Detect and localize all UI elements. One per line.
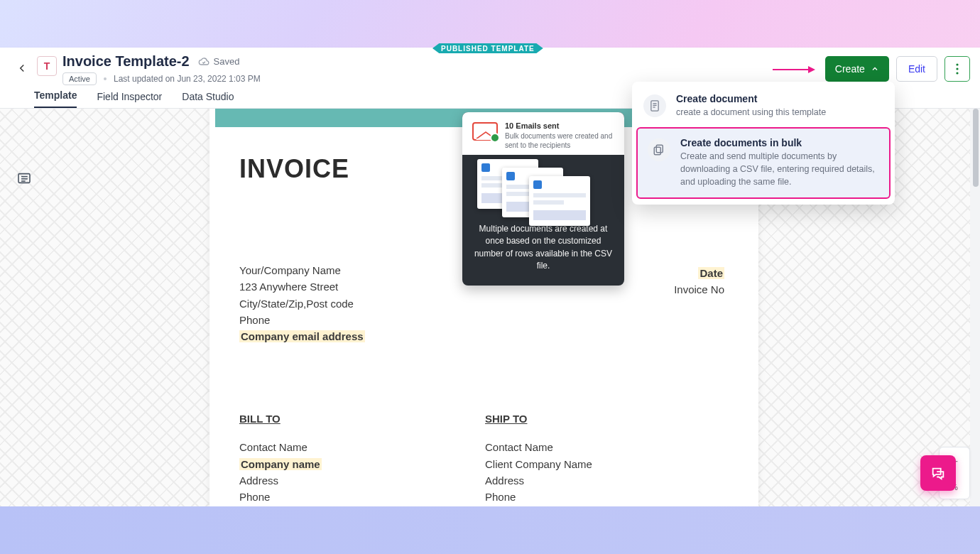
menu-create-document[interactable]: Create document create a document using … xyxy=(632,86,895,126)
menu-create-document-title: Create document xyxy=(676,93,826,104)
tab-field-inspector[interactable]: Field Inspector xyxy=(97,91,162,108)
tab-template[interactable]: Template xyxy=(34,89,77,108)
tab-data-studio[interactable]: Data Studio xyxy=(182,91,234,108)
ship-contact: Contact Name xyxy=(485,439,729,455)
from-email-field[interactable]: Company email address xyxy=(239,330,365,342)
menu-create-bulk[interactable]: Create documents in bulk Create and send… xyxy=(636,127,891,198)
scrollbar-thumb[interactable] xyxy=(973,109,979,187)
svg-point-2 xyxy=(956,63,958,65)
status-chip: Active xyxy=(62,72,97,85)
chevron-up-icon xyxy=(871,65,879,73)
bill-phone: Phone xyxy=(239,489,485,505)
svg-point-4 xyxy=(956,72,958,74)
menu-create-bulk-title: Create documents in bulk xyxy=(680,137,879,148)
vertical-scrollbar[interactable] xyxy=(970,109,980,506)
bill-address: Address xyxy=(239,472,485,489)
cloud-check-icon xyxy=(198,56,209,67)
bill-company-field[interactable]: Company name xyxy=(239,458,322,470)
create-button-label: Create xyxy=(835,63,865,75)
outline-toggle[interactable] xyxy=(13,167,36,190)
date-field[interactable]: Date xyxy=(698,267,724,279)
document-icon xyxy=(643,94,666,117)
svg-rect-14 xyxy=(654,147,660,155)
tooltip-emails-title: 10 Emails sent xyxy=(505,121,559,130)
bill-to-heading: BILL TO xyxy=(239,413,485,425)
invoice-no-label: Invoice No xyxy=(674,281,724,298)
app-header: T Invoice Template-2 Saved Active Last u… xyxy=(0,48,980,86)
svg-point-3 xyxy=(956,67,958,70)
menu-create-bulk-desc: Create and send multiple documents by do… xyxy=(680,150,879,188)
more-vertical-icon xyxy=(956,63,959,75)
last-updated-text: Last updated on Jun 23, 2022 1:03 PM xyxy=(114,74,261,84)
arrow-left-icon xyxy=(16,62,28,75)
ship-phone: Phone xyxy=(485,489,729,505)
chat-fab[interactable] xyxy=(920,455,956,491)
from-csz: City/State/Zip,Post code xyxy=(239,295,729,312)
page-title: Invoice Template-2 xyxy=(62,53,190,70)
create-button[interactable]: Create xyxy=(825,56,889,82)
page-bottom-strip xyxy=(0,506,980,554)
ship-to-heading: SHIP TO xyxy=(485,413,729,425)
bulk-info-tooltip: 10 Emails sent Bulk documents were creat… xyxy=(462,112,624,286)
tooltip-thumbnails xyxy=(462,155,624,219)
from-phone: Phone xyxy=(239,312,729,328)
edit-button-label: Edit xyxy=(908,63,925,75)
ship-address: Address xyxy=(485,472,729,489)
template-badge: T xyxy=(37,56,57,76)
invoice-meta-block: Date Invoice No xyxy=(674,265,724,298)
chat-icon xyxy=(930,465,946,481)
meta-separator xyxy=(104,77,107,80)
tooltip-emails-desc: Bulk documents were created and sent to … xyxy=(505,132,612,150)
create-dropdown: Create document create a document using … xyxy=(632,82,895,205)
envelope-icon xyxy=(472,122,498,141)
ship-company: Client Company Name xyxy=(485,456,729,472)
edit-button[interactable]: Edit xyxy=(896,56,937,82)
menu-create-document-desc: create a document using this template xyxy=(676,106,826,119)
svg-marker-1 xyxy=(808,66,815,73)
saved-label: Saved xyxy=(214,56,240,67)
more-actions-button[interactable] xyxy=(944,56,970,82)
list-icon xyxy=(17,173,31,184)
svg-rect-13 xyxy=(656,145,663,153)
documents-stack-icon xyxy=(648,138,670,161)
bill-contact: Contact Name xyxy=(239,439,485,455)
back-button[interactable] xyxy=(10,56,34,80)
annotation-arrow xyxy=(773,65,815,72)
saved-indicator: Saved xyxy=(198,56,240,67)
tooltip-caption: Multiple documents are created at once b… xyxy=(462,219,624,280)
